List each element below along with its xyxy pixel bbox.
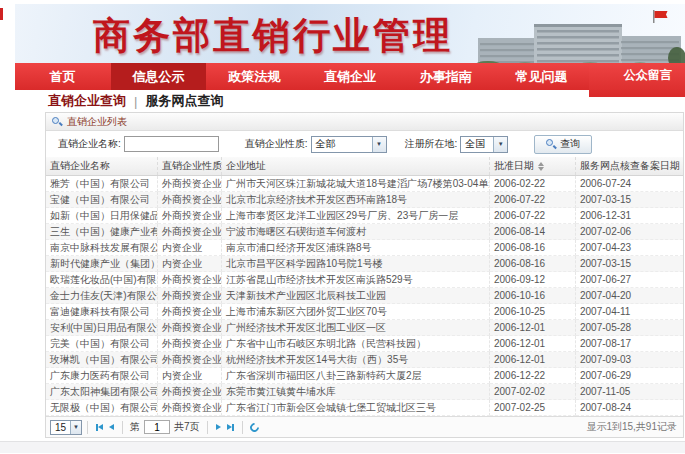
cell-address: 南京市浦口经济开发区浦珠路8号 bbox=[222, 240, 490, 256]
cell-name: 安利(中国)日用品有限公司 bbox=[46, 320, 158, 336]
cell-name: 广东太阳神集团有限公司 bbox=[46, 384, 158, 400]
cell-address: 广东省深圳市福田区八卦三路新特药大厦2层 bbox=[222, 368, 490, 384]
cell-type: 外商投资企业 bbox=[158, 192, 222, 208]
region-select[interactable]: 全国 ▼ bbox=[460, 136, 508, 153]
cell-address: 广东省江门市新会区会城镇七堡工贸城北区三号 bbox=[222, 400, 490, 416]
page-size-select[interactable]: 15 ▼ bbox=[50, 420, 82, 435]
table-row[interactable]: 广东太阳神集团有限公司外商投资企业东莞市黄江镇黄牛埔水库2007-02-0220… bbox=[46, 384, 683, 400]
column-header-filing-date[interactable]: 服务网点核查备案日期 bbox=[576, 157, 683, 175]
cell-filing-date: 2007-03-15 bbox=[576, 256, 683, 272]
cell-filing-date: 2007-11-05 bbox=[576, 384, 683, 400]
cell-name: 广东康力医药有限公司 bbox=[46, 368, 158, 384]
table-row[interactable]: 南京中脉科技发展有限公司内资企业南京市浦口经济开发区浦珠路8号2006-08-1… bbox=[46, 240, 683, 256]
nav-item-label: 直销企业 bbox=[324, 69, 376, 84]
cell-name: 宝健（中国）有限公司 bbox=[46, 192, 158, 208]
cell-approval-date: 2007-02-25 bbox=[490, 400, 576, 416]
enterprise-type-select[interactable]: 全部 ▼ bbox=[311, 136, 387, 153]
enterprise-list-panel: 直销企业列表 直销企业名称: 直销企业性质: 全部 ▼ 注册所在地: 全国 ▼ … bbox=[45, 112, 684, 438]
search-button-label: 查询 bbox=[560, 137, 580, 151]
cell-address: 上海市浦东新区六团外贸工业区70号 bbox=[222, 304, 490, 320]
nav-item-label: 办事指南 bbox=[420, 69, 472, 84]
nav-item-policy[interactable]: 政策法规 bbox=[206, 63, 302, 90]
table-row[interactable]: 三生（中国）健康产业有限公司外商投资企业宁波市海曙区石碶街道车何渡村2006-0… bbox=[46, 224, 683, 240]
first-page-icon[interactable] bbox=[96, 424, 103, 431]
cell-address: 宁波市海曙区石碶街道车何渡村 bbox=[222, 224, 490, 240]
nav-item-home[interactable]: 首页 bbox=[15, 63, 111, 90]
cell-type: 外商投资企业 bbox=[158, 304, 222, 320]
cell-filing-date: 2007-06-29 bbox=[576, 368, 683, 384]
cell-approval-date: 2006-12-01 bbox=[490, 352, 576, 368]
site-title: 商务部直销行业管理 bbox=[93, 11, 453, 61]
subnav-service-outlet-search-link[interactable]: 服务网点查询 bbox=[145, 92, 223, 110]
table-row[interactable]: 宝健（中国）有限公司外商投资企业北京市北京经济技术开发区西环南路18号2006-… bbox=[46, 192, 683, 208]
cell-approval-date: 2006-10-16 bbox=[490, 288, 576, 304]
cell-filing-date: 2007-04-20 bbox=[576, 288, 683, 304]
footer-strip bbox=[0, 441, 685, 453]
cell-address: 上海市奉贤区龙洋工业园区29号厂房、23号厂房一层 bbox=[222, 208, 490, 224]
nav-item-public-message[interactable]: 公众留言 bbox=[589, 63, 685, 97]
cell-filing-date: 2007-08-24 bbox=[576, 400, 683, 416]
cell-type: 外商投资企业 bbox=[158, 272, 222, 288]
cell-type: 内资企业 bbox=[158, 368, 222, 384]
nav-item-guide[interactable]: 办事指南 bbox=[398, 63, 494, 90]
banner: 商务部直销行业管理 bbox=[15, 4, 685, 63]
subnav-separator: | bbox=[134, 94, 137, 109]
cell-approval-date: 2006-08-16 bbox=[490, 256, 576, 272]
cell-name: 完美（中国）有限公司 bbox=[46, 336, 158, 352]
last-page-icon[interactable] bbox=[227, 424, 234, 431]
table-row[interactable]: 金士力佳友(天津)有限公司外商投资企业天津新技术产业园区北辰科技工业园2006-… bbox=[46, 288, 683, 304]
nav-item-enterprises[interactable]: 直销企业 bbox=[302, 63, 398, 90]
prev-page-icon[interactable] bbox=[109, 424, 114, 430]
nav-item-faq[interactable]: 常见问题 bbox=[494, 63, 590, 90]
column-header-address: 企业地址 bbox=[222, 157, 490, 175]
sort-icon[interactable] bbox=[538, 162, 544, 171]
column-label: 批准日期 bbox=[494, 159, 534, 173]
cell-type: 外商投资企业 bbox=[158, 400, 222, 416]
pager-summary: 显示1到15,共91记录 bbox=[586, 420, 677, 434]
total-pages-label: 共7页 bbox=[174, 420, 200, 434]
chevron-down-icon: ▼ bbox=[372, 137, 386, 152]
table-row[interactable]: 富迪健康科技有限公司外商投资企业上海市浦东新区六团外贸工业区70号2006-10… bbox=[46, 304, 683, 320]
next-page-icon[interactable] bbox=[216, 424, 221, 430]
cell-filing-date: 2006-07-24 bbox=[576, 176, 683, 192]
cell-address: 天津新技术产业园区北辰科技工业园 bbox=[222, 288, 490, 304]
cell-name: 玫琳凯（中国）有限公司 bbox=[46, 352, 158, 368]
table-row[interactable]: 新时代健康产业（集团）有限公司内资企业北京市昌平区科学园路10号院1号楼2006… bbox=[46, 256, 683, 272]
table-row[interactable]: 完美（中国）有限公司外商投资企业广东省中山市石岐区东明北路（民营科技园）2006… bbox=[46, 336, 683, 352]
table-body: 雅芳（中国）有限公司外商投资企业广州市天河区珠江新城花城大道18号建滔广场7楼第… bbox=[46, 176, 683, 416]
search-form: 直销企业名称: 直销企业性质: 全部 ▼ 注册所在地: 全国 ▼ 查询 bbox=[46, 131, 683, 157]
enterprise-name-input[interactable] bbox=[124, 136, 219, 152]
table-row[interactable]: 安利(中国)日用品有限公司外商投资企业广州经济技术开发区北围工业区一区2006-… bbox=[46, 320, 683, 336]
table-row[interactable]: 雅芳（中国）有限公司外商投资企业广州市天河区珠江新城花城大道18号建滔广场7楼第… bbox=[46, 176, 683, 192]
cell-type: 外商投资企业 bbox=[158, 176, 222, 192]
cell-filing-date: 2007-04-23 bbox=[576, 240, 683, 256]
table-row[interactable]: 如新（中国）日用保健品有限公司外商投资企业上海市奉贤区龙洋工业园区29号厂房、2… bbox=[46, 208, 683, 224]
nav-item-info-disclosure[interactable]: 信息公示 bbox=[111, 63, 207, 90]
nav-item-label: 公众留言 bbox=[624, 68, 651, 82]
cell-approval-date: 2006-08-16 bbox=[490, 240, 576, 256]
search-button[interactable]: 查询 bbox=[534, 135, 592, 154]
cell-filing-date: 2007-03-15 bbox=[576, 192, 683, 208]
cell-filing-date: 2007-04-11 bbox=[576, 304, 683, 320]
chevron-down-icon: ▼ bbox=[70, 421, 81, 434]
government-building-illustration bbox=[470, 8, 685, 67]
refresh-icon[interactable] bbox=[248, 421, 261, 434]
table-row[interactable]: 无限极（中国）有限公司外商投资企业广东省江门市新会区会城镇七堡工贸城北区三号20… bbox=[46, 400, 683, 416]
cell-address: 广州经济技术开发区北围工业区一区 bbox=[222, 320, 490, 336]
cell-type: 外商投资企业 bbox=[158, 352, 222, 368]
column-header-approval-date[interactable]: 批准日期 bbox=[490, 157, 576, 175]
cell-name: 雅芳（中国）有限公司 bbox=[46, 176, 158, 192]
cell-type: 外商投资企业 bbox=[158, 384, 222, 400]
table-row[interactable]: 广东康力医药有限公司内资企业广东省深圳市福田区八卦三路新特药大厦2层2006-1… bbox=[46, 368, 683, 384]
cell-filing-date: 2007-09-03 bbox=[576, 352, 683, 368]
page-number-input[interactable] bbox=[144, 420, 170, 434]
cell-address: 北京市昌平区科学园路10号院1号楼 bbox=[222, 256, 490, 272]
table-row[interactable]: 玫琳凯（中国）有限公司外商投资企业杭州经济技术开发区14号大街（西）35号200… bbox=[46, 352, 683, 368]
table-row[interactable]: 欧瑞莲化妆品(中国)有限公司外商投资企业江苏省昆山市经济技术开发区南浜路529号… bbox=[46, 272, 683, 288]
subnav-enterprise-search-link[interactable]: 直销企业查询 bbox=[48, 92, 126, 110]
cell-filing-date: 2007-05-28 bbox=[576, 320, 683, 336]
pager-separator bbox=[87, 421, 88, 434]
cell-approval-date: 2006-08-14 bbox=[490, 224, 576, 240]
cell-filing-date: 2007-02-06 bbox=[576, 224, 683, 240]
column-header-type: 直销企业性质 bbox=[158, 157, 222, 175]
